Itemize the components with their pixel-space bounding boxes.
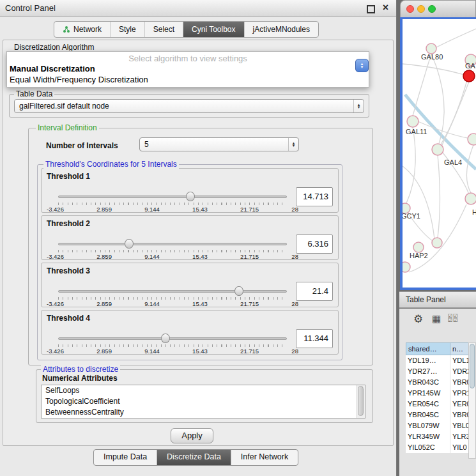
table-cell: YLR3 — [450, 431, 470, 442]
number-of-intervals-combobox[interactable]: 5 ▲ ▼ — [139, 137, 299, 151]
table-cell: YBR0 — [450, 410, 470, 420]
slider-handle[interactable] — [234, 286, 243, 296]
window-title: Control Panel — [5, 0, 56, 16]
column-header-shared-name[interactable]: shared… — [406, 342, 450, 355]
list-scrollbar[interactable] — [357, 385, 365, 418]
threshold-slider[interactable] — [58, 334, 287, 344]
threshold-slider[interactable] — [58, 286, 287, 296]
network-icon — [63, 26, 70, 33]
network-node[interactable] — [432, 144, 443, 155]
tab-impute-data[interactable]: Impute Data — [94, 450, 157, 465]
tab-select[interactable]: Select — [144, 22, 183, 37]
scrollbar-thumb[interactable] — [358, 386, 364, 416]
threshold-value-field[interactable]: 14.713 — [296, 187, 333, 206]
slider-track[interactable] — [58, 196, 287, 198]
network-window-titlebar[interactable] — [400, 0, 476, 17]
algorithm-option-manual[interactable]: Manual Discretization — [7, 63, 369, 74]
tab-jactivemnodules[interactable]: jActiveMNodules — [244, 22, 318, 37]
threshold-slider[interactable] — [58, 192, 287, 202]
tab-label: Select — [153, 22, 174, 36]
tick-label: 2.859 — [96, 348, 112, 355]
slider-tick-labels: -3.4262.8599.14415.4321.71528 — [47, 300, 298, 307]
slider-track[interactable] — [58, 243, 287, 245]
control-panel-tabs: Network Style Select Cyni Toolbox jActiv… — [54, 21, 319, 38]
close-icon[interactable]: × — [383, 2, 388, 13]
zoom-traffic-light[interactable] — [428, 5, 436, 13]
network-node[interactable] — [463, 70, 475, 82]
minimize-traffic-light[interactable] — [417, 5, 425, 13]
tab-label: Style — [119, 22, 136, 36]
table-cell: YBR045C — [406, 410, 450, 420]
table-row[interactable]: YPR145WYPR1 — [406, 388, 470, 399]
threshold-value-field[interactable]: 21.4 — [296, 282, 333, 301]
network-node-label: H — [472, 208, 476, 216]
attribute-list-item[interactable]: SelfLoops — [42, 385, 365, 396]
network-node[interactable] — [403, 262, 410, 272]
table-row[interactable]: YLR345WYLR3 — [406, 431, 470, 442]
table-panel-header: Table Panel — [399, 291, 476, 308]
network-node[interactable] — [413, 242, 424, 252]
slider-handle[interactable] — [186, 192, 195, 201]
slider-handle[interactable] — [161, 334, 170, 343]
float-window-icon[interactable] — [367, 5, 375, 13]
tab-label: Discretize Data — [167, 452, 221, 461]
combobox-arrows-icon: ▲ ▼ — [353, 100, 364, 112]
slider-ticks — [58, 203, 287, 205]
scrollbar-thumb[interactable] — [470, 344, 475, 388]
select-columns-icon[interactable]: ☑☑ ☑☑ — [448, 314, 458, 323]
table-scrollbar[interactable] — [468, 342, 476, 459]
tab-discretize-data[interactable]: Discretize Data — [157, 450, 231, 465]
column-header-name[interactable]: n… — [450, 342, 470, 355]
table-data-combobox[interactable]: galFiltered.sif default node ▲ ▼ — [14, 99, 364, 113]
network-node-label: GAL11 — [406, 128, 427, 135]
node-table: shared… n… YDL19…YDL1YDR27…YDR2YBR043CYB… — [406, 342, 470, 453]
tick-label: -3.426 — [47, 300, 64, 307]
threshold-value-field[interactable]: 6.316 — [296, 234, 333, 254]
table-row[interactable]: YBR045CYBR0 — [406, 410, 470, 420]
network-view-window: GAL80GAGAL11GAL4GCY1HHAP2 — [400, 0, 476, 290]
table-row[interactable]: YDL19…YDL1 — [406, 355, 470, 366]
numerical-attributes-list[interactable]: SelfLoopsTopologicalCoefficientBetweenne… — [41, 385, 365, 418]
slider-ticks — [58, 297, 287, 300]
table-cell: YDL19… — [406, 355, 450, 366]
threshold-value-field[interactable]: 11.344 — [296, 329, 333, 348]
table-cell: YIL0 — [450, 442, 470, 453]
tick-label: -3.426 — [47, 253, 64, 260]
tab-network[interactable]: Network — [54, 22, 110, 37]
threshold-label: Threshold 4 — [47, 314, 90, 323]
network-node[interactable] — [426, 43, 436, 54]
table-row[interactable]: YIL052CYIL0 — [406, 442, 470, 453]
network-node[interactable] — [465, 193, 476, 204]
tick-label: 2.859 — [96, 253, 112, 260]
table-row[interactable]: YBL079WYBL0 — [406, 420, 470, 431]
table-cell: YIL052C — [406, 442, 450, 453]
apply-button[interactable]: Apply — [171, 428, 213, 443]
tick-label: 28 — [291, 300, 298, 307]
close-traffic-light[interactable] — [406, 5, 414, 13]
table-row[interactable]: YER054CYER0 — [406, 399, 470, 410]
tab-cyni-toolbox[interactable]: Cyni Toolbox — [183, 22, 243, 37]
network-node[interactable] — [407, 116, 418, 127]
slider-track[interactable] — [58, 337, 287, 340]
algorithm-combobox-stepper[interactable]: ▲ ▼ — [355, 59, 369, 72]
table-panel-title: Table Panel — [406, 292, 446, 307]
threshold-slider[interactable] — [58, 239, 287, 249]
attribute-list-item[interactable]: BetweennessCentrality — [42, 407, 365, 418]
network-node[interactable] — [468, 134, 476, 145]
tab-infer-network[interactable]: Infer Network — [231, 450, 298, 465]
columns-icon[interactable]: ▦ — [432, 313, 441, 325]
gear-icon[interactable]: ⚙ — [413, 312, 423, 326]
slider-handle[interactable] — [125, 239, 134, 249]
table-row[interactable]: YDR27…YDR2 — [406, 366, 470, 377]
network-node[interactable] — [432, 238, 442, 248]
tick-label: 15.43 — [192, 206, 208, 213]
algorithm-option-equal-width[interactable]: Equal Width/Frequency Discretization — [7, 74, 369, 85]
tab-style[interactable]: Style — [110, 22, 144, 37]
slider-track[interactable] — [58, 290, 287, 293]
arrow-down-icon: ▼ — [360, 66, 364, 69]
attribute-list-item[interactable]: TopologicalCoefficient — [42, 396, 365, 407]
network-node-label: GCY1 — [403, 212, 420, 220]
tab-label: jActiveMNodules — [253, 22, 310, 36]
table-row[interactable]: YBR043CYBR0 — [406, 377, 470, 388]
network-canvas[interactable]: GAL80GAGAL11GAL4GCY1HHAP2 — [400, 17, 476, 290]
